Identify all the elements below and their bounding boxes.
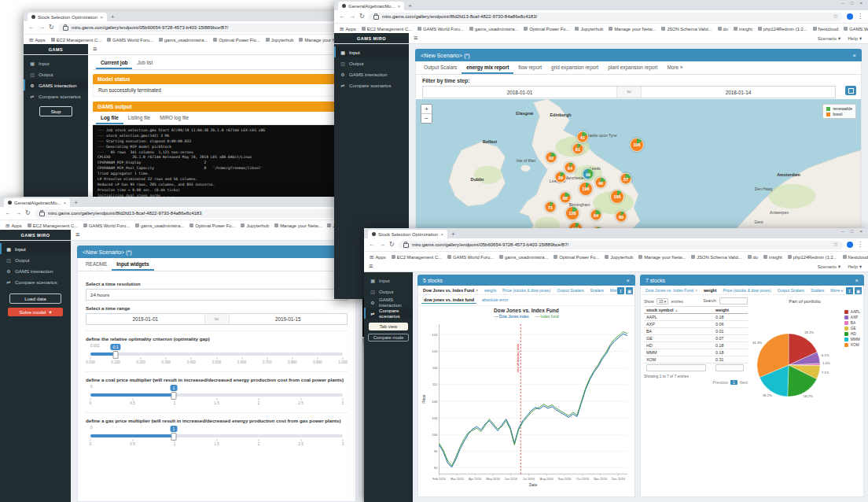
profile-avatar[interactable] [847, 242, 853, 248]
bookmark-item[interactable]: ⊞Apps [6, 223, 22, 229]
tab-scalars[interactable]: Scalars [588, 287, 606, 293]
tab-miro-log-file[interactable]: MIRO log file [155, 112, 193, 124]
bookmark-item[interactable]: Manage your Netw... [638, 255, 686, 260]
address-bar[interactable]: miro.gams.com/gallery/endpoint/05b60654-… [399, 241, 843, 249]
map-pie-marker[interactable]: 61 [572, 143, 584, 155]
close-window-icon[interactable]: × [859, 1, 862, 6]
tab-close-icon[interactable]: × [440, 232, 443, 237]
bookmark-item[interactable]: Optimal Power Fo... [189, 223, 235, 228]
map-pie-marker[interactable]: 106 [630, 138, 644, 152]
pagination-previous[interactable]: Previous [712, 380, 727, 385]
sidebar-item-compare-scenarios[interactable]: ⇄Compare scenarios [364, 308, 413, 319]
bookmark-item[interactable]: do [718, 27, 728, 31]
bookmark-item[interactable]: Jupyterhub [605, 255, 633, 260]
bookmark-item[interactable]: GAMS World Foru... [107, 38, 153, 42]
date-to-input[interactable]: 2018-01-14 [642, 90, 835, 95]
expand-icon[interactable]: ▣ [855, 287, 862, 294]
gas-multiplier-slider[interactable]: 0 1 00.511.522.53 [90, 426, 343, 448]
menu-icon[interactable]: ≡ [409, 35, 422, 42]
tab-readme[interactable]: README [81, 258, 112, 271]
tab-view-button[interactable]: Tab view [369, 323, 408, 330]
date-to-value[interactable]: 2019-01-15 [230, 316, 348, 322]
coal-multiplier-slider[interactable]: 0 1 00.511.522.53 [90, 385, 343, 407]
tab-output-scalars[interactable]: Output Scalars [775, 287, 807, 293]
bookmark-item[interactable]: Nextcloud [813, 27, 839, 31]
date-from-value[interactable]: 2019-01-01 [86, 316, 204, 322]
back-icon[interactable]: ← [28, 24, 35, 31]
bookmark-item[interactable]: GAMS Workshop -... [844, 27, 868, 31]
table-row[interactable]: BA0.01 [644, 328, 748, 335]
browser-tab[interactable]: GeneralAlgebraicMo... × [4, 198, 70, 207]
maximize-icon[interactable]: □ [851, 229, 854, 234]
filter-input-weight[interactable] [715, 364, 744, 371]
sidebar-item-gams-interaction[interactable]: ⚙GAMS interaction [0, 265, 71, 276]
bookmark-item[interactable]: php124Redmin (1:2... [788, 255, 837, 260]
zoom-in-button[interactable]: + [421, 105, 432, 113]
bookmark-item[interactable]: gams_usadministra... [159, 38, 208, 42]
tab-flow-report[interactable]: flow report [513, 61, 546, 74]
tab-dow-jones-vs-index-fund[interactable]: dow jones vs. index fund [421, 297, 476, 304]
map-pie-marker[interactable]: 46 [595, 177, 607, 189]
table-row[interactable]: HD0.18 [644, 342, 748, 349]
pagination-page-1[interactable]: 1 [730, 380, 737, 385]
bookmark-item[interactable]: JSON Schema Valid... [691, 255, 741, 260]
back-icon[interactable]: ← [5, 210, 11, 216]
panel-close-icon[interactable]: × [855, 277, 859, 284]
map-pie-marker[interactable]: 89 [616, 211, 627, 223]
bookmark-item[interactable]: gams_usadministra... [469, 27, 518, 31]
table-row[interactable]: AAPL0.18 [644, 314, 748, 321]
new-tab-button[interactable]: + [111, 13, 115, 21]
sidebar-item-input[interactable]: ▦Input [364, 275, 413, 286]
tab-grid-expansion-report[interactable]: grid expansion report [546, 61, 603, 74]
pagination-next[interactable]: Next [740, 380, 748, 385]
tab-price-stocks-dow-jones-[interactable]: Price (stocks & dow jones) [500, 287, 553, 293]
map-pie-marker[interactable]: 57 [620, 173, 632, 185]
maximize-icon[interactable]: □ [851, 1, 854, 6]
sidebar-item-compare-scenarios[interactable]: ⇄Compare scenarios [334, 79, 409, 90]
search-input[interactable] [719, 297, 748, 305]
tab-log-file[interactable]: Log file [96, 112, 123, 124]
map-pie-marker[interactable]: 166 [610, 190, 624, 204]
table-row[interactable]: GE0.07 [644, 335, 748, 342]
forward-icon[interactable]: → [379, 242, 385, 248]
zoom-out-button[interactable]: − [421, 113, 432, 123]
panel-close-icon[interactable]: × [626, 277, 630, 284]
pie-legend-item[interactable]: AAPL [844, 310, 860, 314]
forward-icon[interactable]: → [39, 24, 45, 31]
map-pie-marker[interactable]: 64 [590, 209, 602, 221]
map-pie-marker[interactable]: 86 [560, 192, 572, 204]
time-range-input[interactable]: 2019-01-01 to 2019-01-15 [86, 313, 348, 325]
bookmark-item[interactable]: do [748, 255, 758, 260]
map-pie-marker[interactable]: 99 [583, 168, 594, 180]
bookmark-item[interactable]: Optimal Power Fo... [524, 27, 569, 31]
profile-avatar[interactable] [847, 13, 853, 20]
bookmark-item[interactable]: Jupyterhub [241, 223, 269, 228]
reload-icon[interactable]: ↻ [389, 242, 395, 248]
browser-tab[interactable]: Stock Selection Optimization × [368, 230, 447, 238]
tab-weight[interactable]: weight [701, 287, 719, 293]
bookmark-item[interactable]: php124Redmin (1:2... [758, 27, 807, 31]
reload-icon[interactable]: ↻ [49, 24, 54, 31]
tab-energy-mix-report[interactable]: energy mix report [462, 61, 513, 74]
pie-legend-item[interactable]: BA [844, 321, 860, 325]
bookmark-item[interactable]: GAMS World Foru... [417, 27, 464, 31]
sidebar-item-compare-scenarios[interactable]: ⇄Compare scenarios [0, 276, 71, 287]
help-menu[interactable]: Help▾ [848, 35, 862, 41]
tab-more-[interactable]: More » [662, 61, 687, 74]
address-bar[interactable]: miro.gams.com/gallery/endpoint/8fd2fd13-… [369, 13, 843, 21]
map-pie-marker[interactable]: 41 [577, 131, 589, 143]
tab-close-icon[interactable]: × [64, 201, 67, 205]
sidebar-item-input[interactable]: ▦Input [0, 243, 71, 254]
compare-mode-button[interactable]: Compare mode [368, 334, 409, 341]
pie-svg[interactable]: 18.2%6.1%1.0%7.1%18.2%18.2%31.3% [748, 307, 836, 425]
sidebar-item-output[interactable]: ◫Output [0, 254, 71, 265]
tab-input-widgets[interactable]: Input widgets [112, 258, 153, 271]
bookmark-item[interactable]: EC2 Management C... [51, 38, 101, 42]
tab-more-[interactable]: More » [828, 287, 845, 293]
map-pie-marker[interactable]: 93 [546, 152, 557, 164]
scenario-menu[interactable]: Scenario▾ [818, 264, 841, 269]
filter-input-symbol[interactable] [646, 364, 706, 371]
minimize-icon[interactable]: − [841, 229, 844, 234]
pie-legend-item[interactable]: XOM [844, 343, 860, 347]
sidebar-item-output[interactable]: ◫Output [364, 286, 413, 297]
